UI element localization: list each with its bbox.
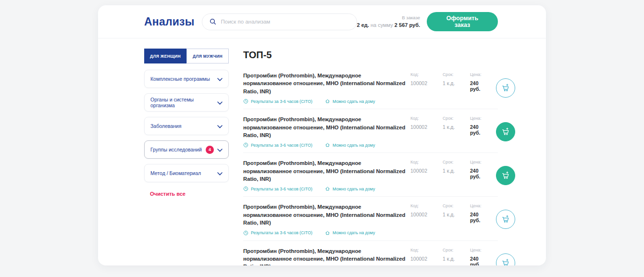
app-panel: Анализы В заказе 2 ед. на сумму 2 567 ру…	[98, 5, 546, 265]
price-label: Цена:	[470, 203, 489, 208]
test-tags: Результаты за 3-6 часов (CITO) Можно сда…	[243, 186, 410, 191]
test-info: Протромбин (Prothrombin), Международное …	[243, 115, 410, 148]
test-tags: Результаты за 3-6 часов (CITO) Можно сда…	[243, 230, 410, 236]
cito-tag-label: Результаты за 3-6 часов (CITO)	[251, 230, 312, 235]
home-tag-label: Можно сдать на дому	[333, 99, 375, 104]
price-column: Цена:240 руб.	[470, 116, 489, 136]
tab-for-men[interactable]: ДЛЯ МУЖЧИН	[186, 49, 229, 63]
filter-complex-programs[interactable]: Комплексные программы	[144, 70, 229, 88]
term-column: Срок:1 к.д.	[443, 160, 462, 179]
test-attributes: Код:100002 Срок:1 к.д. Цена:240 руб.	[410, 159, 489, 179]
term-column: Срок:1 к.д.	[443, 116, 462, 136]
filter-count-badge: 4	[206, 146, 214, 154]
filter-diseases[interactable]: Заболевания	[144, 117, 229, 135]
code-label: Код:	[410, 72, 434, 77]
code-column: Код:100002	[410, 116, 434, 136]
content: ДЛЯ ЖЕНЩИН ДЛЯ МУЖЧИН Комплексные програ…	[98, 38, 546, 265]
clock-icon	[243, 230, 248, 236]
page-title: Анализы	[144, 15, 195, 28]
add-to-cart-button[interactable]	[496, 253, 515, 265]
test-info: Протромбин (Prothrombin), Международное …	[243, 72, 410, 104]
tab-for-women[interactable]: ДЛЯ ЖЕНЩИН	[144, 49, 186, 63]
term-label: Срок:	[443, 72, 462, 77]
cito-tag: Результаты за 3-6 часов (CITO)	[243, 99, 312, 104]
home-tag: Можно сдать на дому	[325, 230, 375, 236]
filter-label: Органы и системы организма	[150, 97, 217, 108]
test-attributes: Код:100002 Срок:1 к.д. Цена:240 руб.	[410, 247, 489, 266]
code-value: 100002	[410, 80, 434, 86]
home-tag-label: Можно сдать на дому	[333, 187, 375, 191]
checkout-button[interactable]: Оформить заказ	[427, 12, 498, 31]
test-info: Протромбин (Prothrombin), Международное …	[243, 203, 410, 235]
code-value: 100002	[410, 168, 434, 174]
chevron-down-icon	[217, 75, 223, 83]
test-title[interactable]: Протромбин (Prothrombin), Международное …	[243, 247, 410, 266]
price-label: Цена:	[470, 248, 489, 252]
term-value: 1 к.д.	[443, 212, 462, 217]
search-box[interactable]	[202, 13, 357, 30]
code-value: 100002	[410, 212, 434, 217]
term-label: Срок:	[443, 116, 462, 121]
chevron-down-icon	[217, 169, 223, 177]
clear-all-link[interactable]: Очистить все	[150, 191, 186, 197]
price-column: Цена:240 руб.	[470, 160, 489, 179]
test-row: Протромбин (Prothrombin), Международное …	[243, 153, 498, 197]
add-to-cart-button[interactable]	[496, 166, 515, 185]
test-attributes: Код:100002 Срок:1 к.д. Цена:240 руб.	[410, 115, 489, 136]
price-column: Цена:240 руб.	[470, 203, 489, 223]
list-heading: ТОП-5	[243, 50, 498, 61]
test-row: Протромбин (Prothrombin), Международное …	[243, 197, 498, 240]
search-input[interactable]	[221, 19, 350, 25]
add-to-cart-button[interactable]	[496, 78, 515, 98]
code-column: Код:100002	[410, 203, 434, 223]
test-tags: Результаты за 3-6 часов (CITO) Можно сда…	[243, 142, 410, 148]
price-value: 240 руб.	[470, 168, 489, 179]
cart-plus-icon	[501, 171, 510, 180]
cito-tag: Результаты за 3-6 часов (CITO)	[243, 142, 312, 148]
price-value: 240 руб.	[470, 124, 489, 136]
test-title[interactable]: Протромбин (Prothrombin), Международное …	[243, 72, 410, 95]
term-column: Срок:1 к.д.	[443, 248, 462, 266]
clock-icon	[243, 186, 248, 191]
filter-method-biomaterial[interactable]: Метод / Биоматериал	[144, 164, 229, 182]
test-row: Протромбин (Prothrombin), Международное …	[243, 241, 498, 266]
cito-tag-label: Результаты за 3-6 часов (CITO)	[251, 187, 312, 191]
cart-plus-icon	[501, 215, 510, 224]
clock-icon	[243, 99, 248, 104]
term-label: Срок:	[443, 160, 462, 164]
search-icon	[209, 18, 217, 25]
order-summary-caption: В заказе	[357, 14, 420, 21]
test-info: Протромбин (Prothrombin), Международное …	[243, 247, 410, 266]
price-value: 240 руб.	[470, 212, 489, 223]
test-info: Протромбин (Prothrombin), Международное …	[243, 159, 410, 191]
home-icon	[325, 99, 330, 104]
code-label: Код:	[410, 116, 434, 121]
test-tags: Результаты за 3-6 часов (CITO) Можно сда…	[243, 99, 410, 104]
code-column: Код:100002	[410, 248, 434, 266]
filter-research-groups[interactable]: Группы исследований 4	[144, 140, 229, 159]
order-count: 2 ед.	[357, 22, 369, 28]
add-to-cart-button[interactable]	[496, 122, 515, 141]
test-title[interactable]: Протромбин (Prothrombin), Международное …	[243, 159, 410, 183]
header: Анализы В заказе 2 ед. на сумму 2 567 ру…	[98, 5, 546, 38]
price-label: Цена:	[470, 72, 489, 77]
cart-plus-icon	[501, 84, 510, 92]
add-to-cart-button[interactable]	[496, 210, 515, 229]
cito-tag: Результаты за 3-6 часов (CITO)	[243, 186, 312, 191]
filter-label: Заболевания	[150, 123, 181, 129]
home-tag: Можно сдать на дому	[325, 186, 375, 191]
term-value: 1 к.д.	[443, 80, 462, 86]
cart-plus-icon	[501, 259, 510, 265]
price-value: 240 руб.	[470, 256, 489, 266]
filter-label: Комплексные программы	[150, 76, 210, 82]
filter-label: Группы исследований	[150, 147, 202, 152]
cito-tag: Результаты за 3-6 часов (CITO)	[243, 230, 312, 236]
test-title[interactable]: Протромбин (Prothrombin), Международное …	[243, 203, 410, 227]
filter-organs-systems[interactable]: Органы и системы организма	[144, 93, 229, 112]
test-row: Протромбин (Prothrombin), Международное …	[243, 65, 498, 109]
code-column: Код:100002	[410, 160, 434, 179]
test-title[interactable]: Протромбин (Prothrombin), Международное …	[243, 115, 410, 139]
code-label: Код:	[410, 203, 434, 208]
price-column: Цена:240 руб.	[470, 248, 489, 266]
home-tag-label: Можно сдать на дому	[333, 230, 375, 235]
